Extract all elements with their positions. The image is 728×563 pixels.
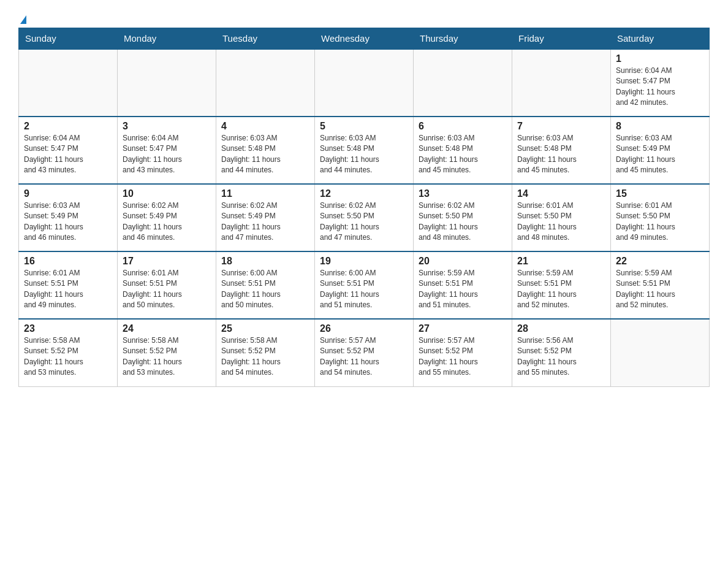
day-info: Sunrise: 6:03 AMSunset: 5:48 PMDaylight:… [221, 133, 309, 176]
day-number: 13 [419, 188, 507, 199]
calendar-cell: 4Sunrise: 6:03 AMSunset: 5:48 PMDaylight… [216, 117, 315, 184]
calendar-week-row: 2Sunrise: 6:04 AMSunset: 5:47 PMDaylight… [19, 117, 710, 184]
day-info: Sunrise: 6:00 AMSunset: 5:51 PMDaylight:… [320, 268, 408, 311]
day-number: 24 [123, 323, 211, 334]
day-info: Sunrise: 6:04 AMSunset: 5:47 PMDaylight:… [24, 133, 112, 176]
day-info: Sunrise: 5:57 AMSunset: 5:52 PMDaylight:… [320, 335, 408, 378]
calendar-cell [216, 49, 315, 117]
day-info: Sunrise: 6:01 AMSunset: 5:51 PMDaylight:… [123, 268, 211, 311]
calendar-cell: 22Sunrise: 5:59 AMSunset: 5:51 PMDayligh… [611, 251, 710, 319]
day-number: 22 [616, 256, 704, 267]
calendar-cell: 25Sunrise: 5:58 AMSunset: 5:52 PMDayligh… [216, 319, 315, 386]
calendar-cell: 23Sunrise: 5:58 AMSunset: 5:52 PMDayligh… [19, 319, 118, 386]
calendar-cell: 2Sunrise: 6:04 AMSunset: 5:47 PMDaylight… [19, 117, 118, 184]
calendar-cell: 17Sunrise: 6:01 AMSunset: 5:51 PMDayligh… [118, 251, 216, 319]
day-number: 14 [517, 188, 605, 199]
calendar-cell: 9Sunrise: 6:03 AMSunset: 5:49 PMDaylight… [19, 184, 118, 251]
day-info: Sunrise: 6:03 AMSunset: 5:48 PMDaylight:… [517, 133, 605, 176]
calendar-cell: 1Sunrise: 6:04 AMSunset: 5:47 PMDaylight… [611, 49, 710, 117]
day-number: 4 [221, 121, 309, 132]
calendar-cell: 13Sunrise: 6:02 AMSunset: 5:50 PMDayligh… [414, 184, 512, 251]
calendar-cell: 24Sunrise: 5:58 AMSunset: 5:52 PMDayligh… [118, 319, 216, 386]
day-info: Sunrise: 6:01 AMSunset: 5:50 PMDaylight:… [616, 201, 704, 243]
day-info: Sunrise: 6:02 AMSunset: 5:49 PMDaylight:… [221, 201, 309, 243]
calendar-week-row: 1Sunrise: 6:04 AMSunset: 5:47 PMDaylight… [19, 49, 710, 117]
day-info: Sunrise: 5:58 AMSunset: 5:52 PMDaylight:… [24, 335, 112, 378]
weekday-header-wednesday: Wednesday [315, 28, 414, 50]
day-number: 27 [419, 323, 507, 334]
calendar-cell [19, 49, 118, 117]
calendar-cell: 7Sunrise: 6:03 AMSunset: 5:48 PMDaylight… [512, 117, 611, 184]
calendar-cell: 28Sunrise: 5:56 AMSunset: 5:52 PMDayligh… [512, 319, 611, 386]
weekday-header-tuesday: Tuesday [216, 28, 315, 50]
weekday-header-sunday: Sunday [19, 28, 118, 50]
day-info: Sunrise: 6:03 AMSunset: 5:48 PMDaylight:… [419, 133, 507, 176]
day-info: Sunrise: 6:04 AMSunset: 5:47 PMDaylight:… [616, 66, 704, 109]
calendar-cell: 11Sunrise: 6:02 AMSunset: 5:49 PMDayligh… [216, 184, 315, 251]
calendar-table: SundayMondayTuesdayWednesdayThursdayFrid… [18, 28, 710, 387]
calendar-cell: 12Sunrise: 6:02 AMSunset: 5:50 PMDayligh… [315, 184, 414, 251]
calendar-week-row: 23Sunrise: 5:58 AMSunset: 5:52 PMDayligh… [19, 319, 710, 386]
day-number: 11 [221, 188, 309, 199]
day-number: 19 [320, 256, 408, 267]
day-number: 12 [320, 188, 408, 199]
day-number: 5 [320, 121, 408, 132]
calendar-cell: 27Sunrise: 5:57 AMSunset: 5:52 PMDayligh… [414, 319, 512, 386]
day-number: 8 [616, 121, 704, 132]
calendar-cell: 26Sunrise: 5:57 AMSunset: 5:52 PMDayligh… [315, 319, 414, 386]
day-info: Sunrise: 5:59 AMSunset: 5:51 PMDaylight:… [419, 268, 507, 311]
day-number: 28 [517, 323, 605, 334]
day-number: 18 [221, 256, 309, 267]
calendar-cell [414, 49, 512, 117]
calendar-cell: 8Sunrise: 6:03 AMSunset: 5:49 PMDaylight… [611, 117, 710, 184]
day-info: Sunrise: 6:02 AMSunset: 5:50 PMDaylight:… [419, 201, 507, 243]
day-number: 2 [24, 121, 112, 132]
weekday-header-monday: Monday [118, 28, 216, 50]
weekday-header-friday: Friday [512, 28, 611, 50]
day-info: Sunrise: 6:02 AMSunset: 5:49 PMDaylight:… [123, 201, 211, 243]
day-number: 20 [419, 256, 507, 267]
calendar-week-row: 16Sunrise: 6:01 AMSunset: 5:51 PMDayligh… [19, 251, 710, 319]
logo-triangle-icon [20, 15, 26, 24]
day-number: 6 [419, 121, 507, 132]
calendar-cell: 19Sunrise: 6:00 AMSunset: 5:51 PMDayligh… [315, 251, 414, 319]
weekday-header-saturday: Saturday [611, 28, 710, 50]
page-header [18, 12, 710, 21]
day-number: 10 [123, 188, 211, 199]
day-info: Sunrise: 6:01 AMSunset: 5:51 PMDaylight:… [24, 268, 112, 311]
day-info: Sunrise: 5:59 AMSunset: 5:51 PMDaylight:… [517, 268, 605, 311]
day-number: 23 [24, 323, 112, 334]
calendar-cell: 3Sunrise: 6:04 AMSunset: 5:47 PMDaylight… [118, 117, 216, 184]
calendar-cell: 16Sunrise: 6:01 AMSunset: 5:51 PMDayligh… [19, 251, 118, 319]
day-info: Sunrise: 6:00 AMSunset: 5:51 PMDaylight:… [221, 268, 309, 311]
day-number: 1 [616, 53, 704, 64]
day-number: 25 [221, 323, 309, 334]
day-number: 3 [123, 121, 211, 132]
day-info: Sunrise: 6:03 AMSunset: 5:48 PMDaylight:… [320, 133, 408, 176]
calendar-cell [118, 49, 216, 117]
calendar-week-row: 9Sunrise: 6:03 AMSunset: 5:49 PMDaylight… [19, 184, 710, 251]
calendar-cell: 20Sunrise: 5:59 AMSunset: 5:51 PMDayligh… [414, 251, 512, 319]
calendar-cell: 21Sunrise: 5:59 AMSunset: 5:51 PMDayligh… [512, 251, 611, 319]
day-info: Sunrise: 6:03 AMSunset: 5:49 PMDaylight:… [616, 133, 704, 176]
day-info: Sunrise: 6:04 AMSunset: 5:47 PMDaylight:… [123, 133, 211, 176]
calendar-cell: 14Sunrise: 6:01 AMSunset: 5:50 PMDayligh… [512, 184, 611, 251]
day-number: 15 [616, 188, 704, 199]
calendar-cell: 5Sunrise: 6:03 AMSunset: 5:48 PMDaylight… [315, 117, 414, 184]
day-info: Sunrise: 5:58 AMSunset: 5:52 PMDaylight:… [123, 335, 211, 378]
day-info: Sunrise: 6:03 AMSunset: 5:49 PMDaylight:… [24, 201, 112, 243]
day-number: 16 [24, 256, 112, 267]
day-info: Sunrise: 5:56 AMSunset: 5:52 PMDaylight:… [517, 335, 605, 378]
calendar-cell [611, 319, 710, 386]
day-number: 26 [320, 323, 408, 334]
day-number: 9 [24, 188, 112, 199]
logo [18, 12, 26, 21]
day-info: Sunrise: 5:57 AMSunset: 5:52 PMDaylight:… [419, 335, 507, 378]
weekday-header-row: SundayMondayTuesdayWednesdayThursdayFrid… [19, 28, 710, 50]
day-info: Sunrise: 6:01 AMSunset: 5:50 PMDaylight:… [517, 201, 605, 243]
day-info: Sunrise: 6:02 AMSunset: 5:50 PMDaylight:… [320, 201, 408, 243]
day-number: 21 [517, 256, 605, 267]
day-number: 7 [517, 121, 605, 132]
calendar-cell: 18Sunrise: 6:00 AMSunset: 5:51 PMDayligh… [216, 251, 315, 319]
weekday-header-thursday: Thursday [414, 28, 512, 50]
